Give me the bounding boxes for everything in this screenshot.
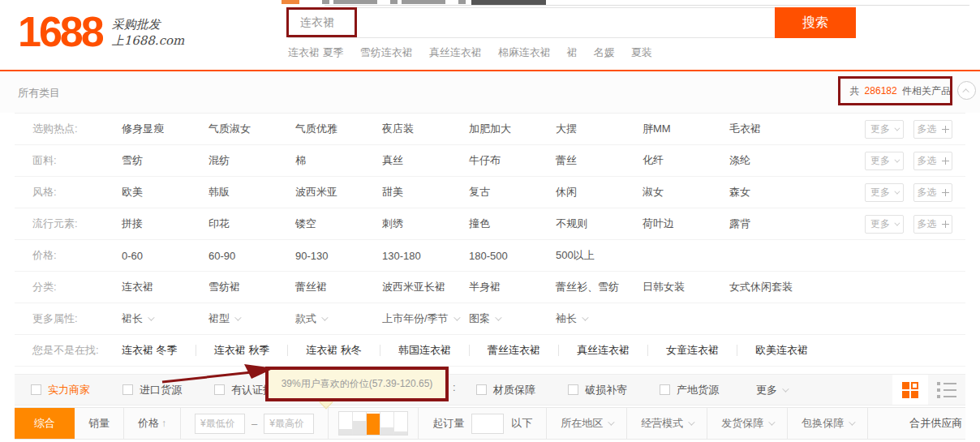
- checkbox[interactable]: [31, 384, 41, 395]
- filter-option[interactable]: 韩版: [208, 185, 295, 200]
- more-button[interactable]: 更多: [865, 183, 904, 202]
- filter-option[interactable]: 180-500: [469, 250, 556, 262]
- filter-option[interactable]: 连衣裙: [122, 280, 208, 294]
- sort-tab[interactable]: 价格↑: [124, 408, 181, 439]
- filter-option[interactable]: 撞色: [469, 217, 556, 231]
- filter-option[interactable]: 气质优雅: [295, 122, 382, 136]
- sort-tab[interactable]: 综合: [15, 408, 75, 439]
- price-min-input[interactable]: [195, 414, 245, 434]
- sort-dropdown[interactable]: 发货保障: [707, 408, 788, 439]
- moq-input[interactable]: [471, 414, 504, 434]
- filter-option[interactable]: 大摆: [556, 122, 643, 136]
- sort-dropdown[interactable]: 包换保障: [788, 408, 868, 439]
- attribute-dropdown[interactable]: 裙长: [122, 311, 208, 326]
- search-suggestion-link[interactable]: 雪纺连衣裙: [360, 45, 413, 60]
- related-search-link[interactable]: 连衣裙 秋季: [214, 343, 270, 358]
- grid-view-button[interactable]: [892, 375, 928, 405]
- price-max-input[interactable]: [264, 414, 314, 434]
- search-input[interactable]: [288, 7, 775, 38]
- filter-option[interactable]: 0-60: [122, 250, 208, 262]
- more-button[interactable]: 更多: [865, 215, 904, 234]
- filter-option[interactable]: 夜店装: [382, 122, 469, 136]
- attribute-dropdown[interactable]: 上市年份/季节: [382, 311, 469, 326]
- service-more-button[interactable]: 更多: [756, 383, 787, 397]
- filter-option[interactable]: 真丝: [382, 153, 469, 168]
- related-search-link[interactable]: 韩国连衣裙: [398, 343, 451, 358]
- search-suggestion-link[interactable]: 裙: [567, 45, 578, 60]
- filter-option[interactable]: 印花: [208, 217, 295, 231]
- more-button[interactable]: 更多: [865, 120, 904, 139]
- attribute-dropdown[interactable]: 裙型: [208, 311, 295, 326]
- checkbox[interactable]: [660, 384, 670, 395]
- filter-option[interactable]: 刺绣: [382, 217, 469, 231]
- related-search-link[interactable]: 蕾丝连衣裙: [488, 343, 540, 358]
- filter-option[interactable]: 90-130: [295, 250, 382, 262]
- related-search-link[interactable]: 连衣裙 秋冬: [306, 343, 362, 358]
- related-search-link[interactable]: 女童连衣裙: [666, 343, 719, 358]
- service-checkbox-item[interactable]: 破损补寄: [568, 383, 627, 397]
- checkbox[interactable]: [214, 384, 225, 395]
- service-checkbox-item[interactable]: 进口货源: [122, 383, 182, 397]
- filter-option[interactable]: 欧美: [122, 185, 208, 200]
- filter-option[interactable]: 修身显瘦: [122, 122, 208, 136]
- merge-supplier-button[interactable]: 合并供应商: [896, 408, 980, 439]
- more-button[interactable]: 更多: [865, 152, 904, 170]
- search-suggestion-link[interactable]: 夏装: [631, 45, 652, 60]
- filter-option[interactable]: 休闲: [556, 185, 643, 200]
- filter-option[interactable]: 日韩女装: [643, 280, 729, 294]
- multi-select-button[interactable]: 多选: [913, 215, 952, 234]
- related-search-link[interactable]: 真丝连衣裙: [577, 343, 630, 358]
- filter-option[interactable]: 森女: [729, 185, 816, 200]
- filter-option[interactable]: 60-90: [208, 250, 295, 262]
- filter-option[interactable]: 500以上: [556, 248, 643, 263]
- related-search-link[interactable]: 欧美连衣裙: [755, 343, 808, 358]
- filter-option[interactable]: 130-180: [382, 250, 469, 262]
- search-suggestion-link[interactable]: 真丝连衣裙: [429, 45, 482, 60]
- filter-option[interactable]: 甜美: [382, 185, 469, 200]
- search-suggestion-link[interactable]: 棉麻连衣裙: [498, 45, 551, 60]
- filter-option[interactable]: 加肥加大: [469, 122, 556, 136]
- filter-option[interactable]: 牛仔布: [469, 153, 556, 168]
- checkbox[interactable]: [476, 384, 487, 395]
- related-search-link[interactable]: 连衣裙 冬季: [122, 343, 178, 358]
- filter-option[interactable]: 化纤: [643, 153, 729, 168]
- filter-option[interactable]: 复古: [469, 185, 556, 200]
- multi-select-button[interactable]: 多选: [913, 152, 952, 170]
- sort-dropdown[interactable]: 经营模式: [627, 408, 707, 439]
- filter-option[interactable]: 不规则: [556, 217, 643, 231]
- sort-tab[interactable]: 销量: [75, 408, 124, 439]
- filter-option[interactable]: 棉: [295, 153, 382, 168]
- search-suggestion-link[interactable]: 名媛: [594, 45, 615, 60]
- filter-option[interactable]: 涤纶: [729, 153, 816, 168]
- filter-option[interactable]: 雪纺裙: [208, 280, 295, 294]
- filter-option[interactable]: 毛衣裙: [729, 122, 816, 136]
- multi-select-button[interactable]: 多选: [913, 120, 952, 139]
- filter-option[interactable]: 胖MM: [643, 122, 729, 136]
- service-checkbox-item[interactable]: 材质保障: [476, 383, 535, 397]
- list-view-button[interactable]: [928, 375, 965, 405]
- checkbox[interactable]: [568, 384, 578, 395]
- attribute-dropdown[interactable]: 图案: [469, 311, 556, 326]
- filter-option[interactable]: 淑女: [643, 185, 729, 200]
- filter-option[interactable]: 蕾丝衫、雪纺: [556, 280, 643, 294]
- filter-option[interactable]: 蕾丝裙: [295, 280, 382, 294]
- filter-option[interactable]: 波西米亚长裙: [382, 280, 469, 294]
- logo[interactable]: 1688 采购批发 上1688.com: [18, 8, 184, 55]
- attribute-dropdown[interactable]: 袖长: [556, 311, 643, 326]
- filter-option[interactable]: 露背: [729, 217, 816, 231]
- sort-dropdown[interactable]: 所在地区: [547, 408, 627, 439]
- search-button[interactable]: 搜索: [775, 7, 856, 38]
- filter-option[interactable]: 气质淑女: [208, 122, 295, 136]
- filter-option[interactable]: 半身裙: [469, 280, 556, 294]
- filter-option[interactable]: 蕾丝: [556, 153, 643, 168]
- search-suggestion-link[interactable]: 连衣裙 夏季: [288, 45, 344, 60]
- attribute-dropdown[interactable]: 款式: [295, 311, 382, 326]
- checkbox[interactable]: [122, 384, 133, 395]
- price-histogram-slider[interactable]: [338, 411, 408, 436]
- collapse-button[interactable]: [957, 81, 976, 100]
- filter-option[interactable]: 拼接: [122, 217, 208, 231]
- filter-option[interactable]: 荷叶边: [643, 217, 729, 231]
- service-checkbox-item[interactable]: 产地货源: [660, 383, 719, 397]
- filter-option[interactable]: 女式休闲套装: [729, 280, 816, 294]
- filter-option[interactable]: 雪纺: [122, 153, 208, 168]
